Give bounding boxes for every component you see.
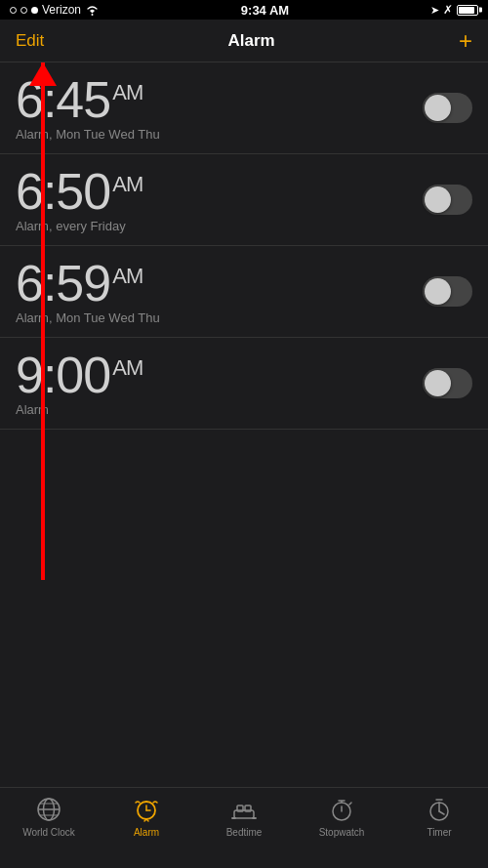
alarm-toggle-0[interactable]	[423, 93, 472, 123]
carrier-name: Verizon	[42, 3, 81, 17]
tab-stopwatch-label: Stopwatch	[319, 827, 365, 838]
alarm-list: 6:45AM Alarm, Mon Tue Wed Thu 6:50AM Ala…	[0, 62, 488, 430]
status-right: ➤ ✗	[430, 3, 478, 17]
tab-bar: World Clock Alarm Bedtime	[0, 787, 488, 868]
stopwatch-icon	[328, 796, 355, 823]
status-time: 9:34 AM	[241, 3, 289, 18]
alarm-clock-icon	[133, 796, 160, 823]
bluetooth-icon: ✗	[443, 3, 453, 17]
alarm-ampm-0: AM	[112, 80, 142, 104]
signal-dot-2	[20, 7, 27, 14]
battery-icon	[457, 5, 478, 16]
alarm-item-1[interactable]: 6:50AM Alarm, every Friday	[0, 154, 488, 246]
alarm-ampm-2: AM	[112, 264, 142, 288]
tab-stopwatch[interactable]: Stopwatch	[293, 796, 390, 838]
tab-bedtime[interactable]: Bedtime	[195, 796, 293, 838]
tab-timer-label: Timer	[427, 827, 451, 838]
alarm-label-3: Alarm	[16, 402, 142, 417]
status-bar: Verizon 9:34 AM ➤ ✗	[0, 0, 488, 20]
alarm-item-0[interactable]: 6:45AM Alarm, Mon Tue Wed Thu	[0, 62, 488, 154]
globe-icon	[35, 796, 62, 823]
toggle-knob-3	[425, 370, 451, 396]
alarm-time-2: 6:59AM	[16, 258, 160, 309]
tab-bedtime-label: Bedtime	[226, 827, 263, 838]
alarm-label-1: Alarm, every Friday	[16, 219, 142, 233]
alarm-time-3: 9:00AM	[16, 350, 142, 400]
alarm-toggle-2[interactable]	[423, 276, 472, 307]
location-icon: ➤	[430, 4, 439, 17]
toggle-knob-0	[425, 95, 451, 121]
red-arrow-indicator	[41, 62, 45, 580]
bedtime-icon	[230, 796, 258, 823]
alarm-time-1: 6:50AM	[16, 166, 142, 217]
svg-line-22	[439, 811, 444, 814]
alarm-ampm-1: AM	[112, 172, 142, 196]
status-left: Verizon	[10, 3, 100, 17]
toggle-knob-2	[425, 278, 451, 305]
toggle-knob-1	[425, 186, 451, 213]
alarm-info-2: 6:59AM Alarm, Mon Tue Wed Thu	[16, 258, 160, 325]
wifi-icon	[85, 5, 100, 16]
nav-bar: Edit Alarm +	[0, 20, 488, 62]
signal-dot-3	[31, 7, 38, 14]
edit-button[interactable]: Edit	[16, 31, 44, 51]
alarm-toggle-3[interactable]	[423, 368, 472, 398]
add-alarm-button[interactable]: +	[459, 29, 472, 53]
timer-icon	[426, 796, 453, 823]
tab-timer[interactable]: Timer	[390, 796, 488, 838]
alarm-info-1: 6:50AM Alarm, every Friday	[16, 166, 142, 233]
alarm-item-3[interactable]: 9:00AM Alarm	[0, 338, 488, 430]
tab-world-clock[interactable]: World Clock	[0, 796, 98, 838]
alarm-toggle-1[interactable]	[423, 185, 472, 215]
alarm-label-0: Alarm, Mon Tue Wed Thu	[16, 127, 160, 142]
signal-dot-1	[10, 7, 17, 14]
alarm-label-2: Alarm, Mon Tue Wed Thu	[16, 310, 160, 325]
svg-line-19	[349, 803, 351, 805]
alarm-item-2[interactable]: 6:59AM Alarm, Mon Tue Wed Thu	[0, 246, 488, 338]
tab-alarm[interactable]: Alarm	[98, 796, 195, 838]
tab-alarm-label: Alarm	[134, 827, 159, 838]
alarm-info-3: 9:00AM Alarm	[16, 350, 142, 417]
page-title: Alarm	[228, 31, 275, 51]
alarm-ampm-3: AM	[112, 355, 142, 380]
tab-world-clock-label: World Clock	[22, 827, 75, 838]
